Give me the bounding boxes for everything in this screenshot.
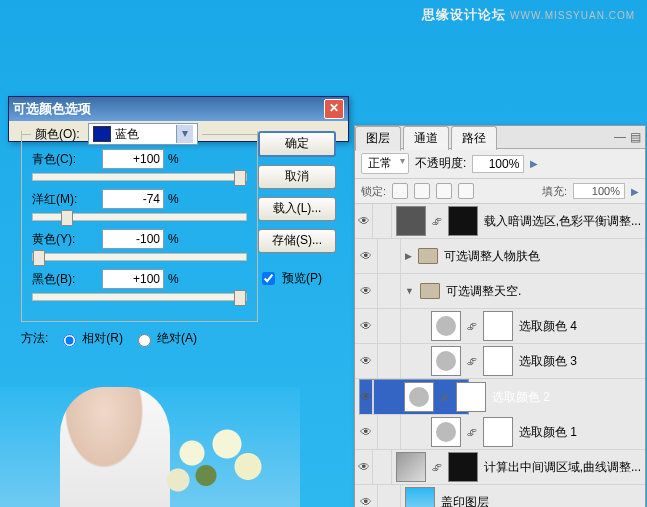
layer-row[interactable]: 👁 🖇选取颜色 4	[355, 309, 645, 344]
folder-icon	[420, 283, 440, 299]
layer-thumb	[396, 206, 426, 236]
black-label: 黑色(B):	[32, 271, 102, 288]
visibility-icon[interactable]: 👁	[360, 380, 373, 414]
yellow-input[interactable]	[102, 229, 164, 249]
link-icon: 🖇	[467, 356, 477, 367]
group-name: 可选调整人物肤色	[444, 248, 641, 265]
tab-paths[interactable]: 路径	[451, 126, 497, 150]
visibility-icon[interactable]: 👁	[355, 204, 373, 238]
fill-arrow-icon[interactable]: ▶	[631, 186, 639, 197]
collapse-icon[interactable]: ▼	[405, 286, 414, 296]
mask-thumb	[483, 417, 513, 447]
chevron-down-icon: ▾	[176, 125, 193, 143]
cyan-row: 青色(C): %	[32, 149, 247, 169]
layer-name: 选取颜色 3	[519, 353, 641, 370]
visibility-icon[interactable]: 👁	[355, 309, 378, 343]
adjustment-thumb	[431, 417, 461, 447]
adjustment-thumb	[431, 346, 461, 376]
cyan-input[interactable]	[102, 149, 164, 169]
layer-row[interactable]: 👁 🖇选取颜色 1	[355, 415, 645, 450]
layer-options-2: 锁定: 填充: 100% ▶	[355, 179, 645, 204]
yellow-slider[interactable]	[32, 253, 247, 261]
link-icon: 🖇	[467, 427, 477, 438]
lock-pixels-icon[interactable]	[414, 183, 430, 199]
layer-group-row[interactable]: 👁 ▶可选调整人物肤色	[355, 239, 645, 274]
dialog-titlebar[interactable]: 可选颜色选项 ✕	[9, 97, 348, 121]
yellow-label: 黄色(Y):	[32, 231, 102, 248]
magenta-input[interactable]	[102, 189, 164, 209]
layer-name: 选取颜色 4	[519, 318, 641, 335]
adjustment-thumb	[431, 311, 461, 341]
color-label: 颜色(O):	[31, 126, 84, 143]
tab-layers[interactable]: 图层	[355, 126, 401, 151]
visibility-icon[interactable]: 👁	[355, 485, 378, 507]
black-input[interactable]	[102, 269, 164, 289]
layer-name: 选取颜色 2	[492, 389, 550, 406]
mask-thumb	[483, 346, 513, 376]
layer-name: 选取颜色 1	[519, 424, 641, 441]
link-icon: 🖇	[432, 462, 442, 473]
link-icon: 🖇	[432, 216, 442, 227]
method-group: 方法: 相对(R) 绝对(A)	[21, 330, 258, 347]
layer-row-selected[interactable]: 👁 🖇选取颜色 2	[359, 379, 469, 415]
expand-icon[interactable]: ▶	[405, 251, 412, 261]
layer-row[interactable]: 👁 盖印图层	[355, 485, 645, 507]
layer-row[interactable]: 👁 🖇选取颜色 3	[355, 344, 645, 379]
opacity-input[interactable]: 100%	[472, 155, 524, 173]
method-absolute[interactable]: 绝对(A)	[133, 330, 197, 347]
color-value: 蓝色	[115, 126, 139, 143]
method-label: 方法:	[21, 330, 48, 347]
cancel-button[interactable]: 取消	[258, 165, 336, 189]
visibility-icon[interactable]: 👁	[355, 239, 378, 273]
save-button[interactable]: 存储(S)...	[258, 229, 336, 253]
watermark: 思缘设计论坛 WWW.MISSYUAN.COM	[422, 6, 635, 24]
layer-group-row[interactable]: 👁 ▼可选调整天空.	[355, 274, 645, 309]
color-swatch	[93, 126, 111, 142]
preview-check[interactable]: 预览(P)	[258, 269, 336, 288]
visibility-icon[interactable]: 👁	[355, 344, 378, 378]
mask-thumb	[456, 382, 486, 412]
menu-icon[interactable]: ▤	[630, 130, 641, 144]
color-select[interactable]: 蓝色 ▾	[88, 123, 198, 145]
canvas-image	[0, 387, 300, 507]
magenta-slider[interactable]	[32, 213, 247, 221]
lock-all-icon[interactable]	[458, 183, 474, 199]
minimize-icon[interactable]: —	[614, 130, 626, 144]
method-relative[interactable]: 相对(R)	[58, 330, 123, 347]
close-icon[interactable]: ✕	[324, 99, 344, 119]
load-button[interactable]: 载入(L)...	[258, 197, 336, 221]
lock-position-icon[interactable]	[436, 183, 452, 199]
magenta-row: 洋红(M): %	[32, 189, 247, 209]
fill-input[interactable]: 100%	[573, 183, 625, 199]
fill-label: 填充:	[542, 184, 567, 199]
layer-name: 载入暗调选区,色彩平衡调整...	[484, 213, 641, 230]
layer-options-1: 正常 不透明度: 100% ▶	[355, 149, 645, 179]
ok-button[interactable]: 确定	[258, 131, 336, 157]
blend-mode-select[interactable]: 正常	[361, 153, 409, 174]
black-slider[interactable]	[32, 293, 247, 301]
mask-thumb	[448, 206, 478, 236]
cyan-slider[interactable]	[32, 173, 247, 181]
percent-sign: %	[168, 152, 179, 166]
lock-transparency-icon[interactable]	[392, 183, 408, 199]
layer-row[interactable]: 👁 🖇计算出中间调区域,曲线调整...	[355, 450, 645, 485]
tab-channels[interactable]: 通道	[403, 126, 449, 150]
lock-label: 锁定:	[361, 184, 386, 199]
layer-name: 盖印图层	[441, 494, 641, 508]
layer-thumb	[405, 487, 435, 507]
visibility-icon[interactable]: 👁	[355, 450, 373, 484]
watermark-url: WWW.MISSYUAN.COM	[510, 10, 635, 21]
visibility-icon[interactable]: 👁	[355, 415, 378, 449]
layer-row[interactable]: 👁 🖇载入暗调选区,色彩平衡调整...	[355, 204, 645, 239]
panel-tabs: 图层 通道 路径 —▤	[355, 126, 645, 149]
dialog-title: 可选颜色选项	[13, 100, 91, 118]
visibility-icon[interactable]: 👁	[355, 274, 378, 308]
mask-thumb	[448, 452, 478, 482]
black-row: 黑色(B): %	[32, 269, 247, 289]
magenta-label: 洋红(M):	[32, 191, 102, 208]
mask-thumb	[483, 311, 513, 341]
link-icon: 🖇	[467, 321, 477, 332]
opacity-arrow-icon[interactable]: ▶	[530, 158, 538, 169]
adjustment-thumb	[404, 382, 434, 412]
preview-checkbox[interactable]	[262, 272, 275, 285]
